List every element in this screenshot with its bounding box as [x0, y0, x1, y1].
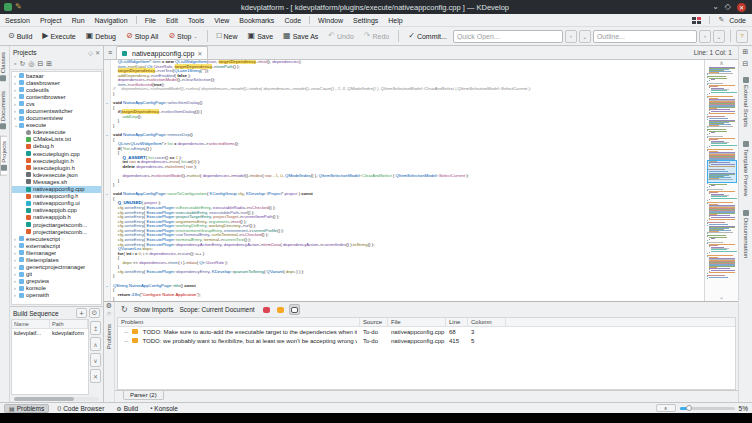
debug-button[interactable]: ▣Debug [82, 30, 120, 42]
build-button[interactable]: ⊙Build [4, 30, 36, 42]
document-list-icon[interactable]: ≡ [104, 49, 116, 56]
tree-item-codeutils[interactable]: ›codeutils [12, 86, 101, 93]
statusbar-konsole-button[interactable]: ▪Konsole [146, 404, 182, 413]
move-top-button[interactable]: ↥ [90, 321, 101, 335]
minimap-content[interactable] [707, 67, 737, 294]
quick-open-input[interactable] [453, 30, 563, 43]
tree-item-messages-sh[interactable]: Messages.sh [12, 178, 101, 185]
column-file[interactable]: File [388, 318, 446, 326]
tree-item-openwith[interactable]: ›openwith [12, 292, 101, 299]
tree-item-debug-h[interactable]: debug.h [12, 143, 101, 150]
menu-file[interactable]: File [140, 17, 161, 24]
menu-bookmarks[interactable]: Bookmarks [234, 17, 279, 24]
tree-item-projecttargetscomb-[interactable]: projecttargetscomb... [12, 221, 101, 228]
tree-item-iexecuteplugin-h[interactable]: iexecuteplugin.h [12, 164, 101, 171]
tree-item-nativeappconfig-h[interactable]: nativeappconfig.h [12, 193, 101, 200]
tree-item-nativeappjob-cpp[interactable]: nativeappjob.cpp [12, 207, 101, 214]
commit-button[interactable]: ✓Commit... [404, 30, 451, 42]
area-switcher-icon[interactable] [692, 17, 701, 24]
tree-item-genericprojectmanager[interactable]: ›genericprojectmanager [12, 264, 101, 271]
minimap-down-arrow-icon[interactable]: ⌄ [719, 294, 724, 301]
menu-help[interactable]: Help [383, 17, 407, 24]
menu-window[interactable]: Window [313, 17, 348, 24]
dock-tab-classes[interactable]: Classes [0, 48, 6, 85]
tree-item-kdevexecute[interactable]: kdevexecute [12, 129, 101, 136]
build-sequence-settings-button[interactable]: ⊙ [89, 308, 100, 318]
toolview-settings-icon[interactable]: ⚙ [106, 302, 112, 310]
redo-button[interactable]: ↷Redo [360, 30, 393, 42]
tree-item-documentswitcher[interactable]: ›documentswitcher [12, 107, 101, 114]
reload-project-icon[interactable]: ↻ [19, 60, 25, 67]
menu-tools[interactable]: Tools [183, 17, 209, 24]
dock-tab-documentation[interactable]: Documentation [743, 205, 749, 263]
code-editor[interactable]: QListWidgetItem* item = new QListWidgetI… [104, 60, 704, 301]
hints-filter[interactable] [289, 304, 300, 315]
menu-run[interactable]: Run [67, 17, 90, 24]
minimap[interactable]: ∧ ⌄ [704, 60, 738, 301]
nav-back-dropdown[interactable]: ⌄ [579, 30, 591, 43]
column-line[interactable]: Line [446, 318, 468, 326]
tree-item-cvs[interactable]: ›cvs [12, 100, 101, 107]
nav-back-button[interactable]: ‹ [565, 30, 577, 43]
nav-forward-dropdown[interactable]: ⌄ [713, 30, 725, 43]
save-as-button[interactable]: ▦Save As [279, 30, 322, 42]
collapse-all-icon[interactable]: ⊟ [37, 60, 43, 67]
problem-row[interactable]: ─TODO: we probably want to flexibilize, … [118, 336, 735, 345]
expand-all-icon[interactable]: ⊞ [46, 60, 52, 67]
toolview-handle-icon[interactable]: ◇ [107, 310, 111, 316]
remove-button[interactable]: ✕ [90, 369, 101, 383]
tree-item-kdevexecute-json[interactable]: kdevexecute.json [12, 171, 101, 178]
assistant-lightbulb-button[interactable]: ? [736, 30, 748, 43]
float-panel-icon[interactable]: ◇ [88, 49, 93, 56]
move-down-button[interactable]: ∨ [90, 353, 101, 367]
statusbar-build-button[interactable]: ⚙Build [112, 404, 142, 413]
tree-item-filetemplates[interactable]: ›filetemplates [12, 256, 101, 263]
column-column[interactable]: Column [468, 318, 506, 326]
close-panel-icon[interactable]: ✕ [95, 49, 100, 56]
fold-marker[interactable] [104, 297, 111, 301]
tree-item-executescript[interactable]: ›executescript [12, 235, 101, 242]
tree-item-executeplugin-cpp[interactable]: executeplugin.cpp [12, 150, 101, 157]
tree-item-grepview[interactable]: ›grepview [12, 278, 101, 285]
tree-item-externalscript[interactable]: ›externalscript [12, 242, 101, 249]
zoom-slider[interactable] [680, 407, 735, 410]
tree-item-execute[interactable]: ⌄execute [12, 122, 101, 129]
build-sequence-table[interactable]: Name Path kdevplatf... kdevplatform [11, 319, 89, 395]
column-source[interactable]: Source [360, 318, 388, 326]
dock-icon[interactable]: ⊟ [743, 60, 749, 68]
save-button[interactable]: ▣Save [244, 30, 278, 42]
dock-tab-projects[interactable]: Projects [0, 136, 7, 176]
undo-button[interactable]: ↶Undo [324, 30, 357, 42]
tree-item-git[interactable]: ›git [12, 271, 101, 278]
tree-item-konsole[interactable]: ›konsole [12, 285, 101, 292]
errors-filter[interactable] [261, 304, 272, 315]
dock-tab-template-preview[interactable]: Template Preview [743, 136, 749, 201]
problems-table[interactable]: ProblemSourceFileLineColumn ─TODO: Make … [117, 317, 736, 390]
dock-tab-external-scripts[interactable]: External Scripts [743, 72, 749, 132]
stop-all-button[interactable]: ⊘Stop All [122, 30, 162, 42]
problem-row[interactable]: ─TODO: Make sure to auto-add the executa… [118, 327, 735, 336]
new-button[interactable]: □New [213, 30, 242, 42]
split-view-icon[interactable]: ⊞ [743, 48, 749, 56]
close-button[interactable]: ✕ [737, 3, 746, 12]
column-problem[interactable]: Problem [118, 318, 360, 326]
menu-navigation[interactable]: Navigation [90, 17, 133, 24]
tree-item-documentview[interactable]: ›documentview [12, 115, 101, 122]
tree-item-classbrowser[interactable]: ›classbrowser [12, 79, 101, 86]
minimize-button[interactable]: ⌄ [712, 2, 719, 12]
project-tree[interactable]: ›bazaar›classbrowser›codeutils›contentbr… [11, 71, 102, 305]
tree-item-bazaar[interactable]: ›bazaar [12, 72, 101, 79]
outline-input[interactable] [593, 30, 697, 43]
menu-edit[interactable]: Edit [161, 17, 183, 24]
tree-item-projecttargetscomb-[interactable]: projecttargetscomb... [12, 228, 101, 235]
refresh-icon[interactable]: ↻ [121, 305, 128, 314]
area-code-button[interactable]: Code [729, 17, 746, 24]
new-item-icon[interactable]: ▫ [14, 60, 16, 67]
tree-item-nativeappjob-h[interactable]: nativeappjob.h [12, 214, 101, 221]
statusbar-code-browser-button[interactable]: ()Code Browser [53, 404, 108, 413]
tree-item-filemanager[interactable]: ›filemanager [12, 249, 101, 256]
tab-nativeappconfig-cpp[interactable]: nativeappconfig.cpp ✕ [116, 46, 208, 59]
statusbar-problems-button[interactable]: ▤Problems [4, 404, 49, 413]
tree-item-executeplugin-h[interactable]: executeplugin.h [12, 157, 101, 164]
scope-button[interactable]: Scope: Current Document [179, 306, 254, 313]
